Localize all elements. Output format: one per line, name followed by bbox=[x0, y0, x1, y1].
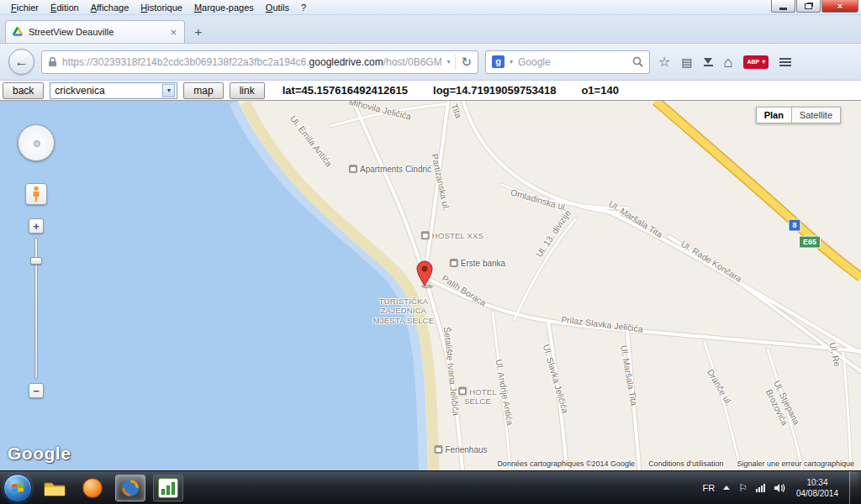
volume-icon[interactable] bbox=[774, 483, 785, 493]
bank-icon bbox=[450, 259, 458, 267]
zoom-slider-handle[interactable] bbox=[30, 257, 42, 265]
url-dropdown-icon[interactable]: ▾ bbox=[446, 58, 450, 66]
coordinates-readout: lat=45.157616492412615 log=14.7191905975… bbox=[283, 84, 619, 97]
tab-streetview-deauville[interactable]: StreetView Deauville × bbox=[5, 20, 185, 43]
close-button[interactable]: × bbox=[821, 0, 858, 13]
road-label: Ul. Maršala Tita bbox=[607, 198, 665, 239]
pan-right-icon[interactable] bbox=[42, 139, 50, 147]
pan-up-icon[interactable] bbox=[32, 129, 40, 137]
road-label: Prilaz Slavka Jeličića bbox=[561, 314, 644, 334]
taskbar-clock[interactable]: 10:34 04/08/2014 bbox=[796, 477, 838, 499]
pegman-streetview-icon[interactable] bbox=[25, 183, 47, 205]
zoom-out-button[interactable]: − bbox=[29, 383, 44, 398]
menu-item-2[interactable]: Affichage bbox=[85, 2, 135, 13]
poi-label: HOTEL SELCE bbox=[458, 387, 497, 407]
bookmark-star-icon[interactable]: ☆ bbox=[658, 55, 670, 69]
minimize-button[interactable] bbox=[771, 0, 795, 13]
poi-label: Apartments Cindrić bbox=[349, 165, 431, 175]
reload-icon[interactable]: ↻ bbox=[461, 55, 472, 68]
desktop: FichierÉditionAffichageHistoriqueMarque-… bbox=[0, 0, 861, 504]
search-engine-caret-icon[interactable]: ▾ bbox=[510, 58, 513, 66]
restore-button[interactable] bbox=[796, 0, 821, 13]
page-back-button[interactable]: back bbox=[3, 82, 44, 99]
search-icon[interactable] bbox=[632, 56, 643, 67]
start-button[interactable] bbox=[3, 474, 32, 502]
action-center-flag-icon[interactable]: ⚐ bbox=[738, 482, 747, 494]
road-label: Ul. Slavka Jeličića bbox=[541, 344, 570, 415]
menu-hamburger-icon[interactable] bbox=[779, 58, 791, 66]
folder-icon bbox=[44, 480, 66, 496]
back-button[interactable]: ← bbox=[8, 49, 34, 75]
chart-app-icon bbox=[158, 478, 178, 498]
page-toolbar: back crickvenica ▼ map link lat=45.15761… bbox=[0, 81, 861, 101]
report-map-error-link[interactable]: Signaler une erreur cartographique bbox=[737, 459, 854, 468]
navigation-toolbar: ← https://30239318f214b2cdc3b069138f22a3… bbox=[0, 44, 861, 81]
latitude-value: lat=45.157616492412615 bbox=[283, 84, 408, 97]
location-select-value: crickvenica bbox=[55, 85, 104, 97]
taskbar: FR ⚐ 10:34 04/08/2014 bbox=[0, 470, 861, 504]
tab-close-icon[interactable]: × bbox=[168, 27, 178, 38]
menu-item-6[interactable]: ? bbox=[295, 2, 312, 13]
pan-control[interactable] bbox=[18, 124, 55, 161]
pan-center-icon[interactable] bbox=[34, 140, 40, 147]
road-label: Ul. Stjepana Brozovića bbox=[755, 365, 809, 445]
taskbar-firefox-button[interactable] bbox=[115, 475, 145, 501]
hidden-icons-chevron[interactable] bbox=[723, 486, 730, 490]
page-map-button[interactable]: map bbox=[183, 82, 223, 99]
plan-button[interactable]: Plan bbox=[756, 107, 792, 123]
network-icon[interactable] bbox=[756, 484, 765, 492]
tab-title: StreetView Deauville bbox=[29, 27, 163, 37]
menu-item-3[interactable]: Historique bbox=[135, 2, 188, 13]
system-tray: FR ⚐ 10:34 04/08/2014 bbox=[703, 471, 858, 504]
taskbar-chart-app-button[interactable] bbox=[153, 475, 183, 501]
pan-left-icon[interactable] bbox=[22, 139, 30, 147]
road-label: Omladinska ul. bbox=[510, 186, 568, 213]
road-label: Ul. Rade Končara bbox=[679, 239, 744, 285]
home-icon[interactable]: ⌂ bbox=[724, 55, 733, 70]
lodging-icon bbox=[434, 445, 442, 454]
route-badge-E65: E65 bbox=[799, 236, 821, 249]
taskbar-browser2-button[interactable] bbox=[77, 475, 108, 501]
poi-label: TURISTIČKA ZAJEDNICA MJESTA SELCE bbox=[373, 297, 434, 325]
language-indicator[interactable]: FR bbox=[703, 483, 716, 493]
search-input[interactable]: Google bbox=[518, 56, 627, 68]
orientation-value: o1=140 bbox=[581, 84, 618, 97]
menu-item-0[interactable]: Fichier bbox=[5, 2, 45, 13]
show-desktop-button[interactable] bbox=[849, 471, 858, 504]
new-tab-button[interactable]: + bbox=[188, 23, 209, 39]
restore-icon bbox=[805, 3, 812, 9]
map-attribution: Données cartographiques ©2014 Google Con… bbox=[497, 459, 854, 468]
taskbar-explorer-button[interactable] bbox=[40, 475, 70, 501]
road-label: Palih Boraca bbox=[440, 273, 488, 308]
longitude-value: log=14.71919059753418 bbox=[433, 84, 556, 97]
map-canvas[interactable]: Mihovila JeličićaTitaUl. Emila AntićaApa… bbox=[0, 101, 861, 470]
map-marker-pin[interactable] bbox=[415, 260, 434, 289]
search-engine-icon[interactable]: g bbox=[492, 55, 504, 68]
bookmarks-panel-icon[interactable]: ▤ bbox=[681, 56, 692, 68]
firefox-window: FichierÉditionAffichageHistoriqueMarque-… bbox=[0, 0, 861, 470]
adblock-plus-icon[interactable]: ABP▾ bbox=[743, 55, 769, 69]
location-select[interactable]: crickvenica ▼ bbox=[50, 82, 177, 99]
attribution-copyright: Données cartographiques ©2014 Google bbox=[497, 459, 635, 468]
url-bar[interactable]: https://30239318f214b2cdc3b069138f22a3fb… bbox=[41, 50, 478, 74]
select-arrow-icon: ▼ bbox=[162, 84, 175, 97]
road-label: Ul. Re bbox=[827, 341, 843, 367]
pan-down-icon[interactable] bbox=[32, 149, 40, 157]
satellite-button[interactable]: Satellite bbox=[792, 107, 841, 123]
downloads-icon[interactable] bbox=[704, 58, 713, 66]
toolbar-icons: ☆ ▤ ⌂ ABP▾ bbox=[658, 55, 791, 70]
menu-item-4[interactable]: Marque-pages bbox=[188, 2, 260, 13]
back-arrow-icon: ← bbox=[15, 55, 29, 70]
terms-of-use-link[interactable]: Conditions d'utilisation bbox=[648, 459, 723, 468]
poi-label: Erste banka bbox=[450, 259, 505, 269]
google-logo[interactable]: Google bbox=[8, 444, 71, 464]
route-badge-8: 8 bbox=[788, 219, 800, 232]
menu-item-1[interactable]: Édition bbox=[45, 2, 85, 13]
menu-items: FichierÉditionAffichageHistoriqueMarque-… bbox=[5, 2, 312, 13]
search-bar[interactable]: g ▾ Google bbox=[485, 50, 650, 74]
menu-item-5[interactable]: Outils bbox=[260, 2, 295, 13]
menu-bar: FichierÉditionAffichageHistoriqueMarque-… bbox=[0, 0, 861, 15]
zoom-in-button[interactable]: + bbox=[29, 218, 44, 234]
map-view-switch: Plan Satellite bbox=[756, 107, 841, 123]
page-link-button[interactable]: link bbox=[230, 82, 265, 99]
